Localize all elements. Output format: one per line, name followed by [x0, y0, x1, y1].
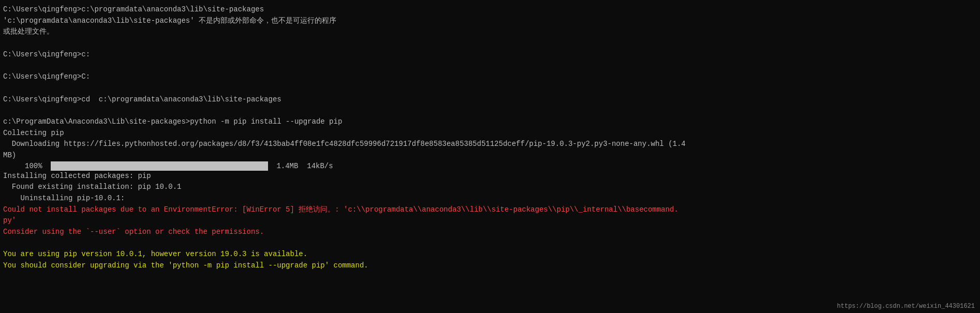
terminal-line: C:\Users\qingfeng>C: — [3, 71, 977, 83]
terminal-line: c:\ProgramData\Anaconda3\Lib\site-packag… — [3, 116, 977, 128]
progress-fill — [51, 161, 268, 171]
progress-line: 100% 1.4MB 14kB/s — [3, 161, 977, 171]
terminal-line: Collecting pip — [3, 128, 977, 139]
terminal-line: You are using pip version 10.0.1, howeve… — [3, 249, 977, 260]
terminal-line: MB) — [3, 150, 977, 161]
terminal-line: Consider using the `--user` option or ch… — [3, 227, 977, 238]
terminal-line — [3, 60, 977, 71]
terminal-line: Downloading https://files.pythonhosted.o… — [3, 139, 977, 150]
terminal-line: Installing collected packages: pip — [3, 171, 977, 182]
watermark: https://blog.csdn.net/weixin_44301621 — [837, 303, 975, 310]
terminal-line: Could not install packages due to an Env… — [3, 204, 977, 216]
terminal-line: You should consider upgrading via the 'p… — [3, 260, 977, 272]
terminal-line: 'c:\programdata\anaconda3\lib\site-packa… — [3, 16, 977, 27]
terminal-line — [3, 105, 977, 116]
terminal-line: C:\Users\qingfeng>c:\programdata\anacond… — [3, 4, 977, 16]
terminal-line — [3, 238, 977, 249]
progress-percent: 100% — [3, 162, 47, 170]
progress-label: 1.4MB 14kB/s — [272, 162, 333, 170]
terminal-line: C:\Users\qingfeng>cd c:\programdata\anac… — [3, 94, 977, 106]
terminal-line — [3, 83, 977, 94]
terminal-line: Uninstalling pip-10.0.1: — [3, 193, 977, 204]
terminal-line: Found existing installation: pip 10.0.1 — [3, 182, 977, 193]
progress-bar — [51, 161, 268, 171]
terminal-window: C:\Users\qingfeng>c:\programdata\anacond… — [0, 0, 980, 313]
terminal-line: 或批处理文件。 — [3, 26, 977, 38]
terminal-line — [3, 38, 977, 49]
terminal-line: py' — [3, 215, 977, 227]
terminal-line: C:\Users\qingfeng>c: — [3, 49, 977, 61]
